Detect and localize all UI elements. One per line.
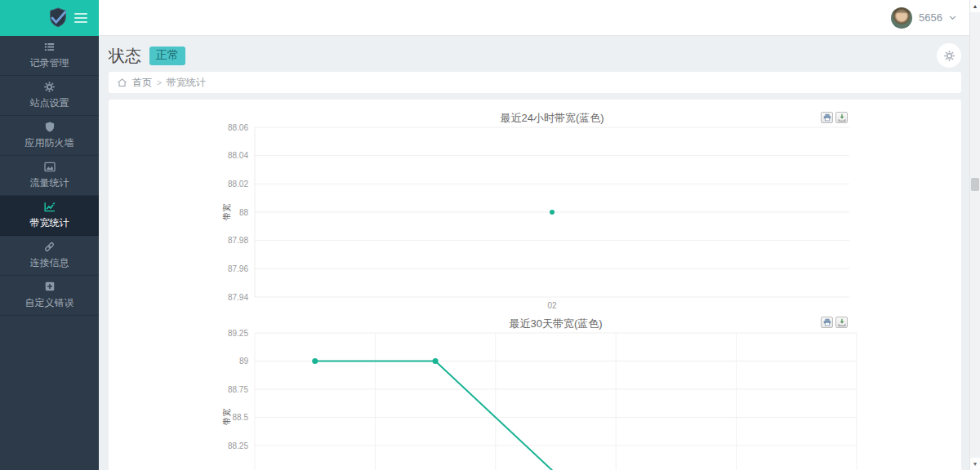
svg-text:87.94: 87.94 bbox=[228, 293, 248, 302]
chart-30d-toolbar bbox=[821, 317, 848, 328]
main-area: 5656 状态 正常 bbox=[99, 0, 969, 470]
download-icon bbox=[838, 318, 846, 326]
status-row: 状态 正常 bbox=[109, 43, 961, 68]
svg-text:88.5: 88.5 bbox=[233, 413, 249, 422]
brand-header bbox=[0, 0, 99, 36]
user-menu[interactable]: 5656 bbox=[891, 7, 956, 29]
chart-30d-plot: 89.258988.7588.588.25带宽 bbox=[109, 325, 961, 470]
status-badge: 正常 bbox=[149, 47, 185, 65]
shield-logo-icon bbox=[47, 7, 69, 29]
menu-toggle-hamburger-icon[interactable] bbox=[74, 11, 87, 25]
download-icon bbox=[838, 113, 846, 122]
print-icon bbox=[823, 113, 831, 122]
chart-24h-plot: 88.0688.0488.028887.9887.9687.94带宽02 bbox=[109, 100, 961, 320]
scroll-down-button[interactable]: ▼ bbox=[970, 458, 980, 470]
breadcrumb-current: 带宽统计 bbox=[167, 76, 206, 90]
print-button[interactable] bbox=[821, 112, 833, 123]
download-button[interactable] bbox=[835, 317, 848, 328]
chevron-down-icon bbox=[949, 16, 956, 20]
area-chart-icon bbox=[43, 161, 56, 174]
sidebar-item-connection-info[interactable]: 连接信息 bbox=[0, 236, 99, 276]
settings-button[interactable] bbox=[937, 43, 961, 68]
chart-card: 最近24小时带宽(蓝色) bbox=[109, 100, 961, 470]
sidebar: 记录管理 站点设置 应用防火墙 bbox=[0, 0, 99, 470]
breadcrumb: 首页 > 带宽统计 bbox=[109, 72, 961, 93]
line-chart-icon bbox=[43, 201, 56, 214]
svg-text:88.06: 88.06 bbox=[228, 123, 248, 132]
page-title: 状态 bbox=[109, 45, 141, 67]
svg-text:88.75: 88.75 bbox=[228, 385, 248, 394]
sidebar-item-traffic-stats[interactable]: 流量统计 bbox=[0, 156, 99, 196]
scroll-up-button[interactable]: ▲ bbox=[970, 0, 980, 12]
sidebar-item-records[interactable]: 记录管理 bbox=[0, 36, 99, 76]
svg-text:89.25: 89.25 bbox=[228, 329, 248, 338]
gear-icon bbox=[943, 50, 956, 62]
sidebar-item-custom-errors[interactable]: 自定义错误 bbox=[0, 276, 99, 316]
link-icon bbox=[43, 241, 56, 254]
breadcrumb-home[interactable]: 首页 bbox=[132, 76, 152, 90]
scrollbar-thumb[interactable] bbox=[971, 178, 979, 191]
svg-text:89: 89 bbox=[239, 357, 249, 366]
chart-24h-title: 最近24小时带宽(蓝色) bbox=[255, 111, 849, 126]
sidebar-item-bandwidth-stats[interactable]: 带宽统计 bbox=[0, 196, 99, 236]
sidebar-item-site-settings[interactable]: 站点设置 bbox=[0, 76, 99, 116]
sidebar-item-waf[interactable]: 应用防火墙 bbox=[0, 116, 99, 156]
download-button[interactable] bbox=[835, 112, 848, 123]
svg-text:88: 88 bbox=[239, 208, 249, 217]
gear-icon bbox=[43, 81, 56, 94]
plus-square-icon bbox=[44, 281, 56, 294]
shield-icon bbox=[44, 121, 56, 134]
svg-text:88.04: 88.04 bbox=[228, 151, 248, 160]
svg-text:02: 02 bbox=[547, 301, 557, 310]
avatar[interactable] bbox=[891, 7, 912, 29]
list-icon bbox=[43, 41, 56, 54]
svg-text:带宽: 带宽 bbox=[222, 409, 231, 425]
svg-text:88.25: 88.25 bbox=[228, 441, 248, 450]
topbar: 5656 bbox=[99, 0, 969, 36]
svg-text:87.96: 87.96 bbox=[228, 264, 248, 273]
svg-text:带宽: 带宽 bbox=[222, 204, 231, 220]
vertical-scrollbar[interactable]: ▲ ▼ bbox=[969, 0, 980, 470]
username: 5656 bbox=[919, 11, 942, 24]
chart-30d-title: 最近30天带宽(蓝色) bbox=[255, 317, 857, 331]
chart-24h-toolbar bbox=[821, 112, 848, 123]
svg-text:87.98: 87.98 bbox=[228, 236, 248, 245]
svg-text:88.02: 88.02 bbox=[228, 180, 248, 188]
home-icon bbox=[117, 78, 127, 87]
page-content: 状态 正常 bbox=[99, 36, 969, 470]
breadcrumb-separator: > bbox=[157, 78, 162, 87]
print-icon bbox=[823, 318, 831, 326]
print-button[interactable] bbox=[821, 317, 833, 328]
